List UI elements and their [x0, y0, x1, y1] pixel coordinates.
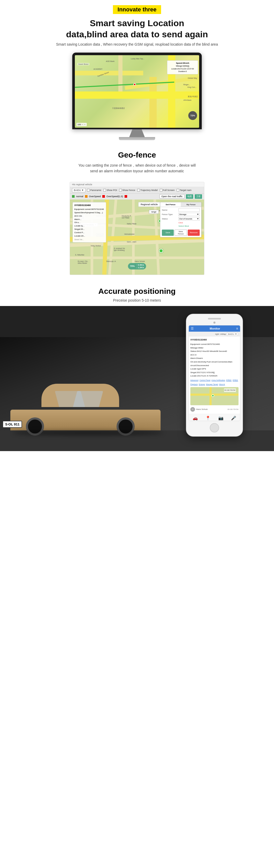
full-screen-checkbox[interactable]: Full Screen [160, 189, 175, 191]
tracker-map-area: Hartmut Goldschmidt Bistro Astra Quelle … [70, 199, 204, 275]
vehicle-equipment: Equipment cornet:08707313246 [74, 208, 104, 211]
vehicle-oil: Oil a... [74, 221, 104, 224]
phone-car-section: S·OL 911 ☰ Monitor ≡ right mMap BAIDU ▼ [0, 306, 274, 451]
legend-overspeed15-dot [102, 195, 105, 198]
phone-enlarge[interactable]: Enlarge [199, 383, 205, 386]
phone-singal: Singal:2017/12/1 9:53:09[] [190, 371, 239, 374]
headline-geofence: Geo-fence [21, 151, 253, 159]
phone-link-zh1[interactable]: 控指設 [226, 379, 232, 382]
phone-map-dot [212, 394, 214, 397]
tracker-legend: normal OverSpeed OverSpeed(1.5) Open the… [70, 193, 204, 199]
vehicle-id: XY03D3132460 [74, 204, 104, 207]
phone-camera [213, 321, 215, 323]
set-fence-panel: Set Fence My Fence Name Fence Type Stora… [160, 202, 202, 237]
speed-down-value: ↓ 1.2K/s [136, 266, 144, 269]
monitor-map: Speed:0Km/h Mileage:0(Mile[]) Locate:201… [75, 55, 199, 128]
vehicle-street-view[interactable]: Street Vie... [74, 238, 104, 241]
fence-name-row: Name [162, 208, 200, 212]
legend-normal-dot [72, 195, 75, 198]
car-roof [41, 384, 119, 407]
percent-value: 70% [130, 265, 135, 268]
phone-map-text: An der Kirche [228, 408, 239, 411]
section-accurate: Accurate positioning Preceise position 5… [0, 279, 274, 306]
map-info-box: Speed:0Km/h Mileage:0(Mile[]) Locate:201… [167, 60, 198, 74]
phone-status: Status:0H12 Hour30 Minute98 Second0 [190, 349, 239, 353]
computer-mockup: Speed:0Km/h Mileage:0(Mile[]) Locate:201… [72, 53, 202, 140]
map-percent-badge: 72% [188, 111, 197, 120]
phone-right-label: right [215, 333, 219, 335]
map-satellite-button[interactable]: 地图 [186, 194, 193, 199]
phone-speaker [208, 318, 221, 319]
car-bottom [10, 410, 161, 430]
phone-footer-mic-icon[interactable]: 🎤 [231, 415, 236, 421]
phone-footer-location-icon[interactable]: 📍 [205, 415, 211, 421]
range-button[interactable]: range [149, 210, 159, 214]
legend-overspeed15-indicator [125, 195, 127, 198]
vehicle-singal: Singal:20... [74, 228, 104, 231]
phone-link-fortification[interactable]: A key fortification [212, 379, 225, 382]
vehicle-speed: Speed:0km/h(expired 5 Day,...) [74, 211, 104, 215]
fence-click-label[interactable]: Click [178, 221, 183, 224]
fence-type-row: Fence Type Storage ▼ [162, 213, 200, 216]
vehicle-locate-type: Locate ty... [74, 224, 104, 228]
set-fence-body: Name Fence Type Storage ▼ Status Out of … [160, 207, 201, 229]
phone-mileage: Mileage:0Mter [190, 346, 239, 350]
open-road-button[interactable]: Open the road traffic [160, 194, 184, 198]
fence-status-select[interactable]: Out of bounds ▼ [178, 217, 200, 220]
phone-home-button[interactable] [210, 423, 219, 432]
section-innovate: Innovate three Smart saving Location dat… [0, 0, 274, 145]
phone-title: Monitor [194, 327, 236, 330]
target-name-checkbox[interactable]: Target nam [177, 189, 192, 191]
phone-mockup: ☰ Monitor ≡ right mMap BAIDU ▼ XY03D3132… [186, 314, 243, 437]
tracker-toolbar: BAIDU ▼ Panoramic Show POI Show Fence Tr… [70, 187, 204, 193]
panoramic-checkbox[interactable]: Panoramic [87, 189, 101, 191]
subtext-geofence: You can setting the zone of fence，when d… [21, 162, 253, 174]
phone-screen: ☰ Monitor ≡ right mMap BAIDU ▼ XY03D3132… [189, 325, 240, 421]
phone-oil: Oil and electricity:Fuel circuit:Connect… [190, 360, 239, 367]
trajectory-checkbox[interactable]: Trajectory Model [137, 189, 158, 191]
phone-menu-icon[interactable]: ≡ [236, 327, 238, 330]
phone-header: ☰ Monitor ≡ [189, 326, 240, 332]
fence-select-bind-label[interactable]: Select Bind [178, 225, 189, 227]
legend-overspeed-dot [85, 195, 88, 198]
legend-overspeed-label: OverSpeed [89, 195, 101, 198]
baidu-select[interactable]: BAIDU ▼ [72, 188, 85, 192]
car-body [10, 384, 166, 430]
show-poi-checkbox[interactable]: Show POI [103, 189, 117, 191]
phone-link-advanced[interactable]: Advanced [190, 379, 198, 382]
phone-playback[interactable]: Playback [190, 383, 198, 386]
map-terrain-button[interactable]: 卫星 [195, 194, 202, 199]
fence-type-select[interactable]: Storage ▼ [178, 213, 200, 216]
phone-avatar: H [190, 407, 195, 412]
speed-percent-badge: 70% ↑ 0.9K/s ↓ 1.2K/s [128, 263, 146, 270]
phone-footer-car-icon[interactable]: 🚗 [193, 415, 198, 421]
headline-smart: Smart saving Location data,blind area da… [10, 18, 264, 40]
phone-back-icon[interactable]: ☰ [191, 327, 194, 330]
save-button[interactable]: Save [162, 229, 174, 236]
tab-my-fence[interactable]: My Fence [181, 203, 201, 207]
phone-baidu-select[interactable]: BAIDU ▼ [227, 333, 238, 336]
remove-button[interactable]: Remove [188, 229, 200, 236]
fence-name-input[interactable] [178, 208, 200, 212]
phone-link-zh2[interactable]: 控指設 [233, 379, 238, 382]
vehicle-locate: Locate:20... [74, 235, 104, 238]
fence-status-row: Status Out of bounds ▼ [162, 217, 200, 220]
phone-link-control[interactable]: Control Panel [199, 379, 210, 382]
section-geofence: Geo-fence You can setting the zone of fe… [0, 145, 274, 178]
monitor-screen: Speed:0Km/h Mileage:0(Mile[]) Locate:201… [75, 55, 199, 128]
phone-locate: Locate:2017/12/1 9:72/94025 [190, 374, 239, 378]
tracker-address-bar: His regional vehicle [72, 183, 92, 186]
phone-footer-camera-icon[interactable]: 📷 [218, 415, 224, 421]
phone-manage[interactable]: Manage Target [206, 383, 218, 386]
phone-map-label: mMap [220, 333, 226, 335]
tab-set-fence[interactable]: Set Fence [160, 203, 181, 207]
show-fence-checkbox[interactable]: Show Fence [119, 189, 135, 191]
set-fence-footer: Save New Fence Remove [160, 229, 201, 237]
phone-more[interactable]: More▼ [219, 383, 225, 386]
new-fence-button[interactable]: New Fence [175, 229, 187, 236]
phone-locate-type: Locate type:GPS [190, 367, 239, 371]
fence-select-bind-row: Select Bind [162, 225, 200, 227]
fence-click-row: Click [162, 221, 200, 224]
monitor-base [119, 137, 155, 140]
phone-equipment: Equipment cornet:08707313460 [190, 343, 239, 346]
